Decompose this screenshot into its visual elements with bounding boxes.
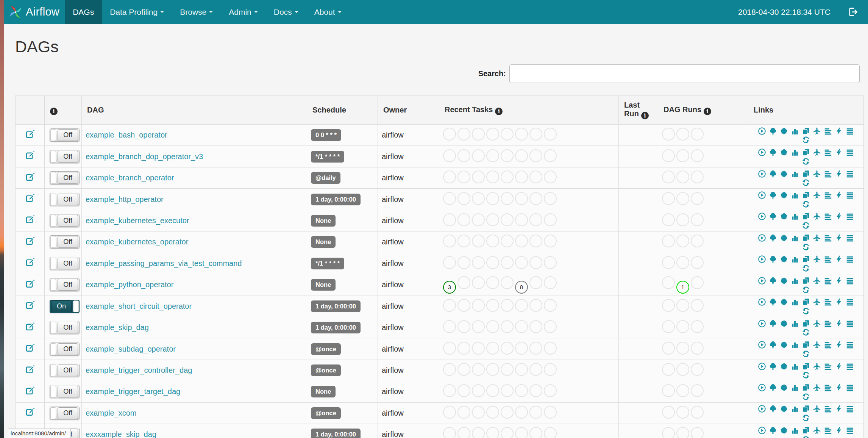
dag-pause-toggle[interactable]: On (50, 300, 80, 313)
gantt-view-link[interactable] (824, 148, 832, 156)
code-view-link[interactable] (835, 426, 843, 435)
task-state-circle[interactable] (486, 149, 499, 162)
task-state-circle[interactable] (501, 128, 514, 141)
task-state-circle[interactable] (472, 406, 485, 419)
task-state-circle[interactable] (529, 171, 542, 183)
task-state-circle[interactable] (443, 235, 456, 247)
dag-run-circle[interactable] (691, 299, 704, 312)
graph-view-link[interactable] (780, 212, 788, 221)
task-state-circle[interactable] (486, 171, 499, 183)
refresh-dag-link[interactable] (802, 435, 810, 438)
search-input[interactable] (509, 64, 860, 83)
task-state-circle[interactable] (486, 256, 499, 269)
gantt-view-link[interactable] (824, 212, 832, 221)
dag-name-link[interactable]: example_http_operator (86, 195, 164, 203)
task-state-circle[interactable] (544, 342, 557, 355)
task-state-circle[interactable]: 8 (515, 281, 528, 294)
code-view-link[interactable] (835, 212, 843, 221)
task-state-circle[interactable] (443, 256, 456, 269)
task-state-circle[interactable] (544, 149, 557, 162)
dag-run-circle[interactable] (662, 384, 675, 397)
dag-name-link[interactable]: example_skip_dag (86, 323, 149, 332)
dag-run-circle[interactable] (662, 149, 675, 162)
logs-link[interactable] (846, 148, 854, 156)
task-state-circle[interactable] (501, 213, 514, 226)
dag-run-circle[interactable] (676, 192, 689, 205)
tree-view-link[interactable] (769, 319, 777, 328)
gantt-view-link[interactable] (824, 426, 832, 435)
task-state-circle[interactable] (443, 384, 456, 397)
landing-times-link[interactable] (813, 341, 821, 349)
refresh-dag-link[interactable] (802, 414, 810, 422)
dag-run-circle[interactable] (662, 256, 675, 269)
landing-times-link[interactable] (813, 362, 821, 371)
graph-view-link[interactable] (780, 127, 788, 135)
task-state-circle[interactable] (501, 299, 514, 312)
task-tries-link[interactable] (802, 148, 810, 156)
task-duration-link[interactable] (791, 341, 799, 349)
code-view-link[interactable] (835, 362, 843, 371)
landing-times-link[interactable] (813, 319, 821, 328)
trigger-dag-link[interactable] (758, 212, 766, 221)
task-state-circle[interactable] (544, 235, 557, 247)
task-state-circle[interactable] (515, 320, 528, 333)
logs-link[interactable] (846, 426, 854, 435)
graph-view-link[interactable] (780, 383, 788, 392)
nav-item-data-profiling[interactable]: Data Profiling (102, 0, 172, 24)
landing-times-link[interactable] (813, 127, 821, 135)
tree-view-link[interactable] (769, 212, 777, 221)
dag-run-circle[interactable] (662, 235, 675, 247)
task-state-circle[interactable] (457, 171, 470, 183)
task-state-circle[interactable] (501, 192, 514, 205)
dag-run-circle[interactable] (676, 171, 689, 183)
logs-link[interactable] (846, 277, 854, 285)
task-state-circle[interactable] (501, 427, 514, 438)
tree-view-link[interactable] (769, 234, 777, 242)
task-state-circle[interactable] (544, 192, 557, 205)
trigger-dag-link[interactable] (758, 341, 766, 349)
task-state-circle[interactable] (472, 363, 485, 376)
task-state-circle[interactable] (544, 299, 557, 312)
task-state-circle[interactable] (472, 256, 485, 269)
dag-name-link[interactable]: example_branch_dop_operator_v3 (86, 152, 203, 161)
nav-item-about[interactable]: About (306, 0, 350, 24)
landing-times-link[interactable] (813, 148, 821, 156)
tree-view-link[interactable] (769, 298, 777, 306)
logout-button[interactable] (848, 7, 858, 17)
code-view-link[interactable] (835, 298, 843, 306)
dag-run-circle[interactable] (676, 256, 689, 269)
task-duration-link[interactable] (791, 255, 799, 263)
trigger-dag-link[interactable] (758, 319, 766, 328)
tree-view-link[interactable] (769, 362, 777, 371)
task-state-circle[interactable] (472, 276, 485, 289)
dag-run-circle[interactable] (676, 406, 689, 419)
task-state-circle[interactable] (529, 192, 542, 205)
task-state-circle[interactable] (501, 235, 514, 247)
gantt-view-link[interactable] (824, 319, 832, 328)
gantt-view-link[interactable] (824, 298, 832, 306)
refresh-dag-link[interactable] (802, 136, 810, 144)
dag-pause-toggle[interactable]: Off (50, 214, 80, 227)
task-state-circle[interactable] (443, 213, 456, 226)
task-state-circle[interactable] (529, 320, 542, 333)
refresh-dag-link[interactable] (802, 328, 810, 336)
task-duration-link[interactable] (791, 148, 799, 156)
trigger-dag-link[interactable] (758, 170, 766, 178)
dag-pause-toggle[interactable]: Off (50, 321, 80, 334)
task-state-circle[interactable] (472, 320, 485, 333)
dag-run-circle[interactable] (676, 235, 689, 247)
graph-view-link[interactable] (780, 191, 788, 199)
landing-times-link[interactable] (813, 170, 821, 178)
dag-pause-toggle[interactable]: Off (50, 343, 80, 356)
task-state-circle[interactable] (472, 384, 485, 397)
task-duration-link[interactable] (791, 212, 799, 221)
trigger-dag-link[interactable] (758, 191, 766, 199)
dag-pause-toggle[interactable]: Off (50, 407, 80, 420)
task-state-circle[interactable] (443, 128, 456, 141)
dag-run-circle[interactable] (676, 427, 689, 438)
dag-run-circle[interactable] (662, 171, 675, 183)
edit-dag-button[interactable] (25, 130, 35, 139)
task-state-circle[interactable] (529, 235, 542, 247)
tree-view-link[interactable] (769, 426, 777, 435)
task-tries-link[interactable] (802, 234, 810, 242)
